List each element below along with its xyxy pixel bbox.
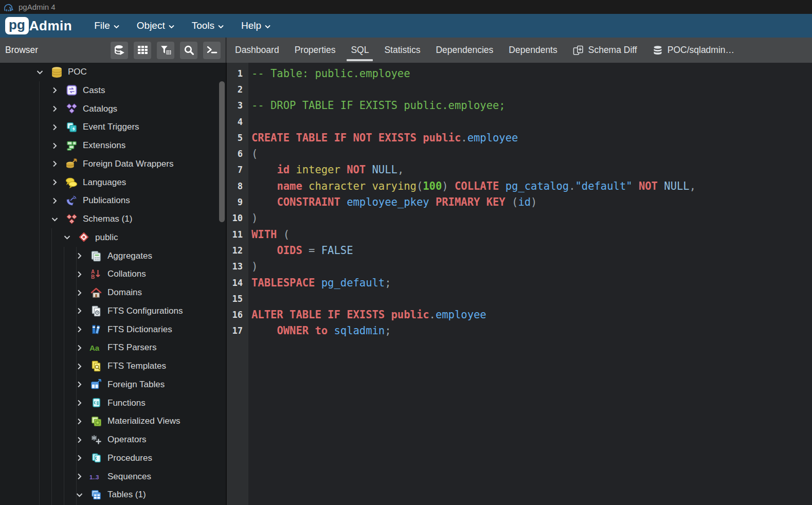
code-line: 9 CONSTRAINT employee_pkey PRIMARY KEY (… [227, 194, 812, 210]
sql-editor[interactable]: 1-- Table: public.employee23-- DROP TABL… [227, 63, 812, 505]
chevron-right-icon[interactable] [50, 105, 59, 112]
tree-item-fts-dictionaries[interactable]: FTS Dictionaries [0, 320, 219, 339]
tree-item-collations[interactable]: ABCollations [0, 265, 219, 283]
tree-item-event-triggers[interactable]: Event Triggers [0, 118, 219, 136]
menu-item-help[interactable]: Help [232, 14, 279, 38]
chevron-right-icon[interactable] [50, 179, 59, 186]
chevron-right-icon[interactable] [50, 197, 59, 204]
tab-schema-diff[interactable]: Schema Diff [565, 38, 645, 63]
code-text: name character varying(100) COLLATE pg_c… [251, 180, 696, 192]
line-number: 16 [227, 310, 248, 320]
toolbar-button-filter[interactable] [157, 42, 174, 59]
tab-dependencies[interactable]: Dependencies [428, 38, 501, 63]
tree-item-label: Catalogs [83, 104, 117, 114]
toolbar-button-psql-terminal[interactable] [203, 42, 221, 59]
window-title: pgAdmin 4 [19, 3, 56, 11]
materialized-views-icon [89, 416, 103, 427]
fts-configurations-icon [89, 305, 103, 317]
tree-item-foreign-tables[interactable]: Foreign Tables [0, 375, 219, 394]
menu-item-tools[interactable]: Tools [183, 14, 232, 38]
tab-poc-sqladmin[interactable]: POC/sqladmin… [645, 38, 742, 63]
window-titlebar: pgAdmin 4 [0, 0, 812, 14]
chevron-right-icon[interactable] [50, 160, 59, 167]
chevron-right-icon[interactable] [50, 87, 59, 94]
menu-item-object[interactable]: Object [128, 14, 183, 38]
event-triggers-icon [65, 122, 78, 133]
tree-item-sequences[interactable]: 1..3Sequences [0, 467, 219, 486]
catalogs-icon [65, 103, 78, 114]
tree-item-foreign-data-wrappers[interactable]: Foreign Data Wrappers [0, 155, 219, 173]
menu-item-file[interactable]: File [85, 14, 128, 38]
chevron-down-icon[interactable] [35, 70, 44, 75]
chevron-right-icon[interactable] [75, 308, 84, 314]
toolbar-button-search[interactable] [180, 42, 197, 59]
chevron-right-icon[interactable] [50, 142, 59, 149]
foreign-tables-icon [89, 379, 103, 390]
code-text: TABLESPACE pg_default; [251, 277, 391, 289]
toolbar-button-view-data[interactable] [134, 42, 151, 59]
tree-item-label: public [95, 232, 118, 243]
line-number: 9 [227, 197, 248, 207]
chevron-right-icon[interactable] [75, 437, 84, 443]
tree-item-casts[interactable]: Casts [0, 81, 219, 100]
chevron-right-icon[interactable] [75, 418, 84, 425]
svg-text:Aa: Aa [89, 344, 100, 352]
line-number: 15 [227, 294, 248, 304]
tree-item-domains[interactable]: Domains [0, 283, 219, 302]
tree-item-aggregates[interactable]: Aggregates [0, 247, 219, 265]
tab-label: Properties [295, 45, 336, 56]
code-text: -- DROP TABLE IF EXISTS public.employee; [251, 99, 506, 112]
header-row: Browser DashboardPropertiesSQLStatistics… [0, 38, 812, 63]
menu-item-label: Tools [192, 20, 214, 31]
fts-parsers-icon: Aa [89, 342, 103, 353]
schema-icon [77, 232, 91, 243]
tree-item-fts-templates[interactable]: FTS Templates [0, 357, 219, 375]
code-text: OIDS = FALSE [251, 244, 353, 257]
chevron-right-icon[interactable] [75, 290, 84, 296]
languages-icon [65, 177, 78, 188]
tab-dashboard[interactable]: Dashboard [227, 38, 287, 63]
code-text: ( [251, 148, 258, 160]
tree-item-fts-configurations[interactable]: FTS Configurations [0, 302, 219, 320]
tree-item-label: POC [68, 67, 87, 77]
code-line: 5CREATE TABLE IF NOT EXISTS public.emplo… [227, 130, 812, 146]
chevron-down-icon[interactable] [50, 217, 59, 222]
chevron-down-icon [265, 20, 270, 31]
chevron-right-icon[interactable] [75, 252, 84, 259]
chevron-down-icon[interactable] [62, 235, 71, 240]
toolbar-button-connections[interactable] [111, 42, 128, 59]
browser-panel-title: Browser [5, 45, 38, 56]
tree-item-poc[interactable]: POC [0, 63, 219, 81]
chevron-right-icon[interactable] [50, 124, 59, 131]
tree-item-public[interactable]: public [0, 228, 219, 247]
tree-item-operators[interactable]: Operators [0, 430, 219, 449]
chevron-right-icon[interactable] [75, 381, 84, 388]
tree-item-fts-parsers[interactable]: AaFTS Parsers [0, 338, 219, 357]
tree-item-procedures[interactable]: Procedures [0, 449, 219, 467]
tab-sql[interactable]: SQL [343, 38, 376, 63]
tab-properties[interactable]: Properties [287, 38, 344, 63]
tree-scrollbar[interactable] [219, 81, 225, 222]
chevron-right-icon[interactable] [75, 363, 84, 370]
line-number: 7 [227, 165, 248, 175]
chevron-right-icon[interactable] [75, 455, 84, 461]
tree-item-schemas-1[interactable]: Schemas (1) [0, 210, 219, 228]
tab-statistics[interactable]: Statistics [376, 38, 428, 63]
tree-item-functions[interactable]: Functions [0, 394, 219, 412]
code-text: OWNER to sqladmin; [251, 324, 391, 337]
tab-dependents[interactable]: Dependents [501, 38, 565, 63]
chevron-right-icon[interactable] [75, 326, 84, 333]
tree-item-tables-1[interactable]: Tables (1) [0, 485, 219, 504]
casts-icon [65, 85, 78, 96]
chevron-right-icon[interactable] [75, 271, 84, 278]
chevron-down-icon[interactable] [75, 493, 84, 497]
line-number: 14 [227, 278, 248, 288]
chevron-right-icon[interactable] [75, 473, 84, 480]
tree-item-materialized-views[interactable]: Materialized Views [0, 412, 219, 430]
tree-item-languages[interactable]: Languages [0, 173, 219, 192]
chevron-right-icon[interactable] [75, 400, 84, 406]
tree-item-publications[interactable]: Publications [0, 191, 219, 210]
chevron-right-icon[interactable] [75, 345, 84, 351]
tree-item-extensions[interactable]: Extensions [0, 136, 219, 155]
tree-item-catalogs[interactable]: Catalogs [0, 100, 219, 118]
